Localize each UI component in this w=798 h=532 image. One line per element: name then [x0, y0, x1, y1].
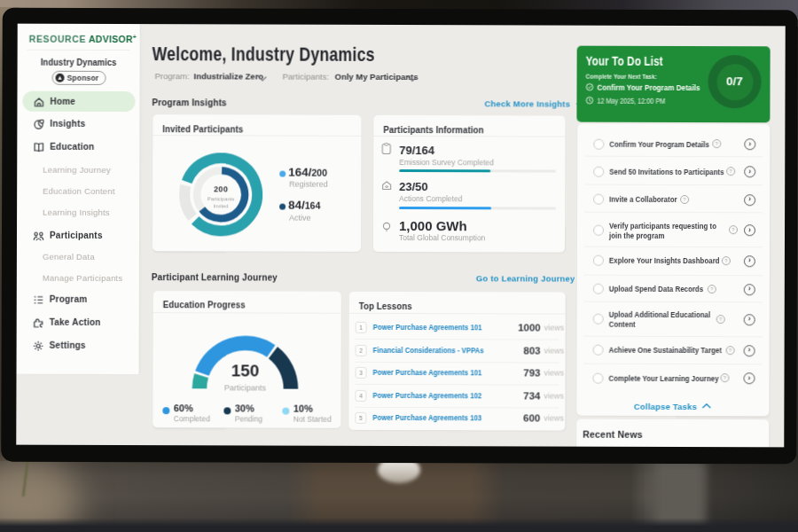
svg-text:Participants: Participants [207, 197, 233, 202]
svg-text:Invited: Invited [213, 203, 228, 208]
svg-text:200: 200 [214, 184, 228, 193]
